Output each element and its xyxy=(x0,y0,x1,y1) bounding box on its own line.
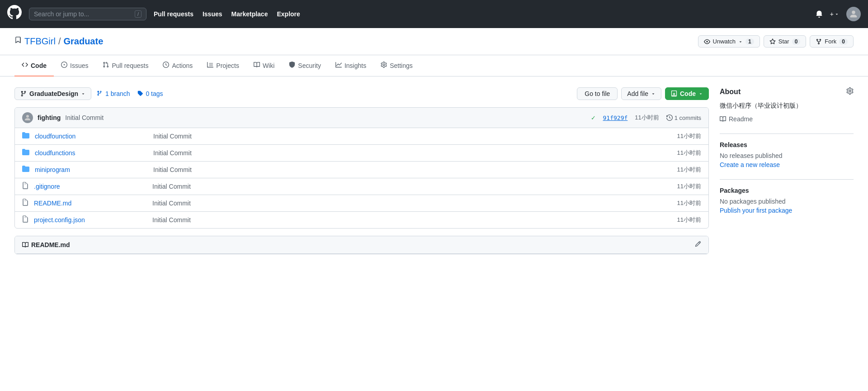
github-logo-icon[interactable] xyxy=(7,5,22,23)
fork-button[interactable]: Fork 0 xyxy=(810,35,854,48)
readme-header: README.md xyxy=(15,236,708,254)
insights-icon xyxy=(335,62,342,69)
file-commit-link[interactable]: Initial Commit xyxy=(152,200,191,207)
star-button[interactable]: Star 0 xyxy=(764,35,807,48)
commit-hash-link[interactable]: 91f929f xyxy=(603,114,628,121)
tab-security[interactable]: Security xyxy=(282,55,328,76)
add-file-button[interactable]: Add file xyxy=(621,87,661,100)
file-icon xyxy=(22,215,28,224)
file-icon xyxy=(22,182,28,191)
file-name-link[interactable]: cloudfunctions xyxy=(35,149,148,157)
settings-icon xyxy=(381,62,387,69)
plus-label: + xyxy=(830,10,834,18)
commit-author: fighting xyxy=(38,114,61,121)
file-commit-link[interactable]: Initial Commit xyxy=(153,133,192,140)
repo-name-link[interactable]: Graduate xyxy=(63,36,103,47)
folder-icon xyxy=(22,148,29,157)
issues-icon xyxy=(61,62,67,69)
tab-insights[interactable]: Insights xyxy=(328,55,373,76)
pull-requests-icon xyxy=(103,62,109,69)
file-time: 11小时前 xyxy=(665,132,701,140)
nav-issues[interactable]: Issues xyxy=(203,10,222,18)
edit-icon[interactable] xyxy=(695,241,701,249)
commits-count-link[interactable]: 1 commits xyxy=(666,114,701,121)
file-commit: Initial Commit xyxy=(153,166,660,173)
table-row: .gitignore Initial Commit 11小时前 xyxy=(15,178,708,195)
main-content: GraduateDesign 1 branch 0 tags Go to fil… xyxy=(0,76,868,265)
tab-code[interactable]: Code xyxy=(14,55,54,76)
tab-pull-requests-label: Pull requests xyxy=(112,62,148,69)
sidebar-divider-2 xyxy=(720,179,854,180)
new-item-button[interactable]: + xyxy=(830,10,839,18)
file-commit-link[interactable]: Initial Commit xyxy=(152,216,191,224)
check-icon: ✓ xyxy=(591,114,596,121)
folder-icon xyxy=(22,165,29,174)
go-to-file-button[interactable]: Go to file xyxy=(577,87,618,100)
code-icon xyxy=(22,62,28,69)
search-placeholder: Search or jump to... xyxy=(34,10,89,18)
file-name-link[interactable]: .gitignore xyxy=(34,183,147,190)
nav-explore[interactable]: Explore xyxy=(277,10,300,18)
file-name-link[interactable]: project.config.json xyxy=(34,216,147,224)
search-input[interactable]: Search or jump to... / xyxy=(29,8,146,20)
readme-title-label: README.md xyxy=(31,241,70,248)
notification-bell-button[interactable] xyxy=(816,10,823,18)
file-name-link[interactable]: cloudfounction xyxy=(35,133,148,140)
branch-selector[interactable]: GraduateDesign xyxy=(14,87,91,100)
sidebar-divider xyxy=(720,134,854,134)
commit-message: Initial Commit xyxy=(65,114,104,121)
tab-wiki[interactable]: Wiki xyxy=(246,55,282,76)
file-commit: Initial Commit xyxy=(152,183,660,190)
file-commit-link[interactable]: Initial Commit xyxy=(153,166,192,173)
tab-actions[interactable]: Actions xyxy=(156,55,200,76)
wiki-icon xyxy=(254,62,260,69)
watch-count: 1 xyxy=(745,38,754,45)
tab-issues-label: Issues xyxy=(70,62,88,69)
tab-settings[interactable]: Settings xyxy=(373,55,420,76)
tab-pull-requests[interactable]: Pull requests xyxy=(95,55,156,76)
tab-issues[interactable]: Issues xyxy=(54,55,95,76)
repo-header-actions: Unwatch 1 Star 0 Fork 0 xyxy=(698,35,854,48)
tab-actions-label: Actions xyxy=(172,62,193,69)
commit-meta: ✓ 91f929f 11小时前 1 commits xyxy=(591,114,702,122)
tab-projects[interactable]: Projects xyxy=(200,55,246,76)
releases-section: Releases No releases published Create a … xyxy=(720,141,854,168)
file-commit-link[interactable]: Initial Commit xyxy=(152,183,191,190)
tab-projects-label: Projects xyxy=(216,62,239,69)
slash-badge: / xyxy=(135,10,142,18)
publish-package-link[interactable]: Publish your first package xyxy=(720,207,792,214)
file-commit: Initial Commit xyxy=(152,200,660,207)
no-packages: No packages published xyxy=(720,198,854,205)
readme-link[interactable]: Readme xyxy=(720,115,854,123)
create-release-link[interactable]: Create a new release xyxy=(720,161,780,168)
packages-section: Packages No packages published Publish y… xyxy=(720,187,854,214)
file-commit: Initial Commit xyxy=(153,133,660,140)
avatar[interactable] xyxy=(846,7,861,21)
code-button[interactable]: Code xyxy=(665,87,709,100)
star-count: 0 xyxy=(792,38,801,45)
file-commit-link[interactable]: Initial Commit xyxy=(153,149,192,157)
releases-title: Releases xyxy=(720,141,854,148)
projects-icon xyxy=(207,62,213,69)
file-name-link[interactable]: miniprogram xyxy=(35,166,148,173)
branch-count: 1 branch xyxy=(105,90,130,97)
repo-files: GraduateDesign 1 branch 0 tags Go to fil… xyxy=(14,87,709,254)
navbar: Search or jump to... / Pull requests Iss… xyxy=(0,0,868,28)
tag-count-link[interactable]: 0 tags xyxy=(137,90,163,97)
repo-description: 微信小程序（毕业设计初版） xyxy=(720,102,854,110)
file-name-link[interactable]: README.md xyxy=(34,200,147,207)
repo-tabs: Code Issues Pull requests Actions Projec… xyxy=(0,55,868,76)
nav-marketplace[interactable]: Marketplace xyxy=(231,10,268,18)
breadcrumb: TFBGirl / Graduate xyxy=(14,36,103,47)
tab-security-label: Security xyxy=(298,62,321,69)
repo-owner-link[interactable]: TFBGirl xyxy=(24,36,56,47)
about-gear-icon[interactable] xyxy=(846,87,854,96)
watch-button[interactable]: Unwatch 1 xyxy=(698,35,760,48)
fork-count: 0 xyxy=(839,38,848,45)
file-toolbar: GraduateDesign 1 branch 0 tags Go to fil… xyxy=(14,87,709,100)
file-time: 11小时前 xyxy=(665,149,701,157)
navbar-links: Pull requests Issues Marketplace Explore xyxy=(154,10,300,18)
nav-pull-requests[interactable]: Pull requests xyxy=(154,10,193,18)
branch-count-link[interactable]: 1 branch xyxy=(97,90,130,97)
table-row: cloudfunctions Initial Commit 11小时前 xyxy=(15,145,708,162)
